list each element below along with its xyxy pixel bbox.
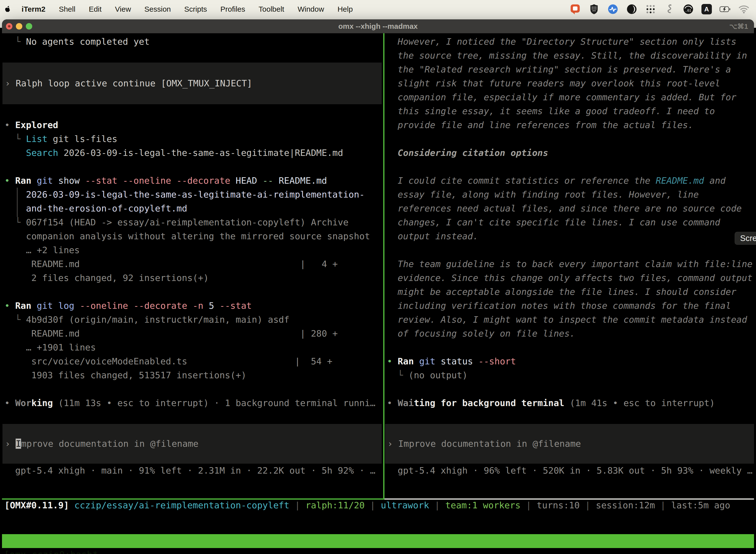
left-pane[interactable]: └ No agents completed yet› Ralph loop ac… xyxy=(2,33,383,498)
chat-app-icon[interactable] xyxy=(569,3,581,15)
blank-line xyxy=(384,160,754,174)
terminal-line: … +1901 lines xyxy=(2,340,383,354)
apple-menu[interactable] xyxy=(0,4,15,14)
battery-icon[interactable] xyxy=(719,3,731,15)
menu-items: iTerm2ShellEditViewSessionScriptsProfile… xyxy=(15,5,359,13)
terminal-line: └ No agents completed yet xyxy=(2,35,383,49)
prompt-input[interactable]: › Improve documentation in @filename xyxy=(2,424,382,464)
terminal-line: src/voice/voiceModeEnabled.ts | 54 + xyxy=(2,354,383,368)
menubar-status-icons: ..61 A xyxy=(569,3,756,15)
terminal-line: gpt-5.4 xhigh · main · 91% left · 2.31M … xyxy=(2,464,383,478)
blank-line xyxy=(2,285,383,299)
terminal-line: • Ran git status --short xyxy=(384,354,754,368)
blank-line xyxy=(2,49,383,63)
terminal-line: review. Also, I might want to inspect th… xyxy=(384,313,754,327)
terminal-line: slight risk that future readers may over… xyxy=(384,76,754,90)
terminal-line: gpt-5.4 xhigh · 96% left · 520K in · 5.8… xyxy=(384,464,754,478)
badge-61-icon[interactable]: ..61 xyxy=(683,3,694,15)
menu-item-iterm2[interactable]: iTerm2 xyxy=(15,5,52,13)
prompt-input[interactable]: › Improve documentation in @filename xyxy=(385,424,754,464)
menu-item-session[interactable]: Session xyxy=(138,5,178,13)
menu-item-window[interactable]: Window xyxy=(291,5,331,13)
terminal-line: of focusing solely on file lines. xyxy=(384,327,754,340)
screen-share-popup-label: Scre xyxy=(740,233,756,243)
terminal-line: The team guideline is to back every impo… xyxy=(384,257,754,271)
blank-line xyxy=(2,160,383,174)
terminal-line: might be acceptable alongside the file l… xyxy=(384,285,754,299)
blank-line xyxy=(384,410,754,424)
terminal-line: However, I noticed the "Directory Struct… xyxy=(384,35,754,49)
menu-item-view[interactable]: View xyxy=(108,5,138,13)
blank-line xyxy=(2,104,383,118)
menu-item-shell[interactable]: Shell xyxy=(52,5,82,13)
terminal-line: references need actual files, and since … xyxy=(384,202,754,215)
terminal-line: README.md | 4 + xyxy=(2,257,383,271)
terminal-line: • Working (11m 13s • esc to interrupt) ·… xyxy=(2,396,383,410)
terminal-line: companion file, especially if more comme… xyxy=(384,90,754,104)
menu-item-profiles[interactable]: Profiles xyxy=(213,5,252,13)
terminal-line: • Ran git show --stat --oneline --decora… xyxy=(2,174,383,188)
terminal-line: companion analysis without altering the … xyxy=(2,229,383,243)
window-title: omx --xhigh --madmax xyxy=(2,22,754,31)
squiggle-icon[interactable] xyxy=(664,3,675,15)
terminal-line: the "Related research writing" section i… xyxy=(384,63,754,76)
menu-bar: iTerm2ShellEditViewSessionScriptsProfile… xyxy=(0,0,756,18)
terminal-line: the source tree, missing the essay. Stil… xyxy=(384,49,754,63)
terminal-line: provide file and line references from th… xyxy=(384,118,754,132)
blank-line xyxy=(384,340,754,354)
right-pane[interactable]: However, I noticed the "Directory Struct… xyxy=(384,33,754,498)
terminal-line: Considering citation options xyxy=(384,146,754,160)
terminal-line: └ List git ls-files xyxy=(2,132,383,146)
terminal-line: README.md | 280 + xyxy=(2,327,383,340)
terminal-line: • Waiting for background terminal (1m 41… xyxy=(384,396,754,410)
terminal[interactable]: └ No agents completed yet› Ralph loop ac… xyxy=(2,33,754,554)
screen-share-popup[interactable]: Scre xyxy=(735,232,756,245)
blank-line xyxy=(384,132,754,146)
terminal-line: 2026-03-09-is-legal-the-same-as-legitima… xyxy=(2,188,383,202)
blank-line xyxy=(384,243,754,257)
terminal-line: including verification notes with those … xyxy=(384,299,754,313)
pulse-circle-icon[interactable] xyxy=(607,3,619,15)
wifi-icon[interactable] xyxy=(738,3,750,15)
menu-item-edit[interactable]: Edit xyxy=(82,5,108,13)
terminal-line: 2 files changed, 92 insertions(+) xyxy=(2,271,383,285)
apple-icon xyxy=(3,4,12,14)
terminal-line: Search 2026-03-09-is-legal-the-same-as-l… xyxy=(2,146,383,160)
terminal-line: I could cite commit statistics or refere… xyxy=(384,174,754,188)
crescent-circle-icon[interactable] xyxy=(626,3,637,15)
shield-grid-icon[interactable] xyxy=(588,3,600,15)
terminal-line: changes, I can't cite specific file line… xyxy=(384,215,754,229)
menu-item-toolbelt[interactable]: Toolbelt xyxy=(252,5,291,13)
window-shortcut-badge: ⌥⌘1 xyxy=(729,22,748,31)
dots-grid-icon[interactable] xyxy=(645,3,656,15)
terminal-line: output instead. xyxy=(384,229,754,243)
omx-status-line: [OMX#0.11.9] cczip/essay/ai-reimplementa… xyxy=(2,500,754,511)
terminal-line: this single essay, it seems like a good … xyxy=(384,104,754,118)
terminal-line: evidence. Since this change only affects… xyxy=(384,271,754,285)
menu-item-scripts[interactable]: Scripts xyxy=(178,5,214,13)
svg-text:..61: ..61 xyxy=(685,8,691,12)
terminal-line: • Ran git log --oneline --decorate -n 5 … xyxy=(2,299,383,313)
terminal-line: … +2 lines xyxy=(2,243,383,257)
blank-line xyxy=(384,382,754,396)
terminal-line: └ 067f154 (HEAD -> essay/ai-reimplementa… xyxy=(2,215,383,229)
tmux-status-bar: [omx-cczip0:bash* "MacBook-Pro-44.local"… xyxy=(2,534,754,548)
terminal-line: essay file, along with finding root file… xyxy=(384,188,754,202)
menu-item-help[interactable]: Help xyxy=(331,5,360,13)
omx-status-pane: [OMX#0.11.9] cczip/essay/ai-reimplementa… xyxy=(2,500,754,511)
terminal-line: └ (no output) xyxy=(384,368,754,382)
terminal-line: └ 4b9d30f (origin/main, instructkr/main,… xyxy=(2,313,383,327)
terminal-line: • Explored xyxy=(2,118,383,132)
tree-guide-line xyxy=(17,188,18,217)
a-key-icon[interactable]: A xyxy=(701,4,712,14)
iterm2-window: omx --xhigh --madmax ⌥⌘1 └ No agents com… xyxy=(2,19,754,554)
blank-line xyxy=(2,410,383,424)
blank-line xyxy=(2,382,383,396)
terminal-line: 1903 files changed, 513517 insertions(+) xyxy=(2,368,383,382)
terminal-line: and-the-erosion-of-copyleft.md xyxy=(2,202,383,215)
title-bar[interactable]: omx --xhigh --madmax ⌥⌘1 xyxy=(2,19,754,33)
prompt-input[interactable]: › Ralph loop active continue [OMX_TMUX_I… xyxy=(2,63,382,104)
tmux-session-label: [omx-cczip0:bash* xyxy=(4,548,98,554)
